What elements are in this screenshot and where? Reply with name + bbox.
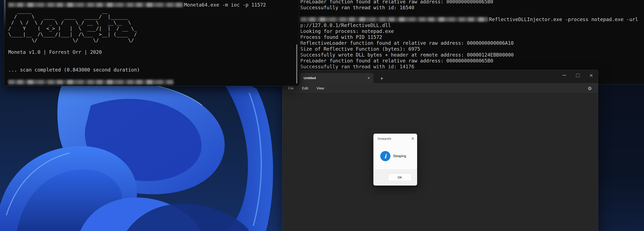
terminal-line: PreLoader function found at relative raw… [300,58,493,64]
moneta-ascii-banner: _____ __ / \ ____ ____ _____/ |______ / … [8,8,137,43]
tab-close-icon[interactable]: × [365,75,372,81]
window-controls: × [558,70,598,81]
terminal-line: Successfully wrote DLL bytes + header at… [300,52,514,58]
desktop-wallpaper-right-strip [597,67,644,231]
notepad-window[interactable]: Untitled × + × File Edit View ⚙ [282,70,598,231]
terminal-line: PreLoader function found at relative raw… [300,0,493,5]
menu-edit[interactable]: Edit [299,85,311,92]
minimize-icon [562,75,566,75]
bloom-wallpaper-art [0,80,284,231]
ok-button[interactable]: OK [388,173,412,181]
notepad-editor-area[interactable] [282,93,598,231]
terminal-scrollbar-thumb[interactable] [296,44,297,84]
dialog-footer: OK [374,169,417,186]
maximize-button[interactable] [571,70,584,81]
dialog-close-icon[interactable]: × [408,134,417,143]
command-text: Moneta64.exe -m ioc -p 11572 [184,2,266,8]
moneta-terminal-window[interactable]: Moneta64.exe -m ioc -p 11572 _____ __ / … [4,0,299,86]
terminal-command-line: Moneta64.exe -m ioc -p 11572 [8,2,266,8]
close-button[interactable]: × [584,70,598,81]
terminal-line: Looking for process: notepad.exe [300,28,394,34]
terminal-command-line: ReflectiveDLLInjector.exe -process notep… [300,16,638,22]
dialog-titlebar: Swappala × [374,134,417,143]
terminal-line: Successufully ran thread with id: 14176 [300,64,414,70]
info-icon: i [380,151,390,161]
redacted-path [8,2,184,7]
redacted-path [300,17,488,22]
maximize-icon [576,74,580,77]
close-icon: × [589,73,593,78]
minimize-button[interactable] [558,70,571,81]
command-text: ReflectiveDLLInjector.exe -process notep… [489,16,638,22]
terminal-line: p://127.0.0.1/ReflectiveDLL.dll [300,22,391,28]
new-tab-button[interactable]: + [378,75,386,82]
menu-view[interactable]: View [314,85,327,92]
terminal-line: Successufully ran thread with id: 16540 [300,5,414,10]
terminal-line: Process found with PID 11572 [300,34,382,40]
window-edge-highlight [4,0,6,30]
tab-title: Untitled [300,76,365,80]
notepad-titlebar[interactable]: Untitled × + × [282,70,598,83]
dialog-message: Sleaping [393,154,406,158]
scan-status-line: ... scan completed (0.843000 second dura… [8,67,140,73]
terminal-line: ReflectiveLoader function found at relat… [300,40,514,46]
terminal-line: Size of Reflective Function (bytes): 697… [300,46,420,52]
desktop: PreLoader function found at relative raw… [0,0,644,231]
settings-gear-icon[interactable]: ⚙ [586,85,593,92]
notepad-tab-untitled[interactable]: Untitled × [300,73,374,83]
dialog-body: i Sleaping [374,143,417,169]
terminal-prompt-line [8,79,174,85]
dialog-title: Swappala [374,137,408,140]
notepad-menubar: File Edit View [282,83,598,93]
swappala-dialog: Swappala × i Sleaping OK [373,134,417,186]
redacted-prompt [8,80,174,84]
moneta-version-line: Moneta v1.0 | Forrest Orr | 2020 [8,49,102,55]
